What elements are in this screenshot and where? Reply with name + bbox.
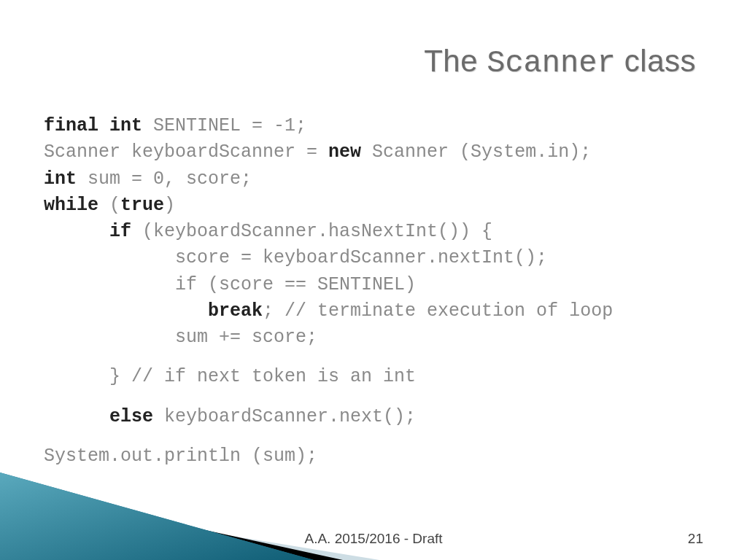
kw-else: else (109, 406, 153, 427)
svg-marker-1 (0, 486, 343, 560)
svg-marker-0 (0, 498, 379, 560)
code-l6: score = keyboardScanner.nextInt(); (44, 247, 547, 268)
code-l8c: ; // terminate execution of loop (263, 300, 613, 322)
code-block: final int SENTINEL = -1; Scanner keyboar… (44, 113, 703, 483)
code-l11c: keyboardScanner.next(); (153, 406, 416, 427)
title-mono: Scanner (487, 46, 615, 81)
svg-marker-2 (0, 472, 314, 560)
svg-marker-3 (0, 472, 314, 560)
code-l5a (44, 221, 109, 242)
code-l2c: Scanner (System.in); (361, 141, 591, 163)
kw-true: true (120, 195, 164, 216)
slide: The Scanner class final int SENTINEL = -… (0, 0, 747, 560)
title-pre: The (424, 44, 487, 78)
code-l2a: Scanner keyboardScanner = (44, 141, 328, 163)
kw-final-int: final int (44, 115, 142, 136)
kw-new: new (328, 141, 361, 163)
code-l7: if (score == SENTINEL) (44, 274, 416, 295)
code-l11a (44, 406, 109, 427)
code-l1b: SENTINEL = -1; (142, 115, 306, 136)
kw-int: int (44, 168, 77, 190)
kw-while: while (44, 195, 98, 216)
page-number: 21 (688, 531, 703, 547)
kw-if: if (109, 221, 131, 242)
code-l4b: ( (98, 195, 120, 216)
kw-break: break (208, 300, 263, 322)
code-l3b: sum = 0, score; (77, 168, 252, 190)
slide-title: The Scanner class (424, 44, 696, 81)
title-post: class (616, 44, 696, 78)
code-l12: System.out.println (sum); (44, 446, 317, 467)
footer-text: A.A. 2015/2016 - Draft (0, 531, 747, 547)
code-l5c: (keyboardScanner.hasNextInt()) { (131, 221, 492, 242)
code-l10: } // if next token is an int (44, 366, 416, 387)
code-l8a (44, 300, 208, 322)
code-l4d: ) (164, 195, 175, 216)
code-l9: sum += score; (44, 327, 317, 348)
